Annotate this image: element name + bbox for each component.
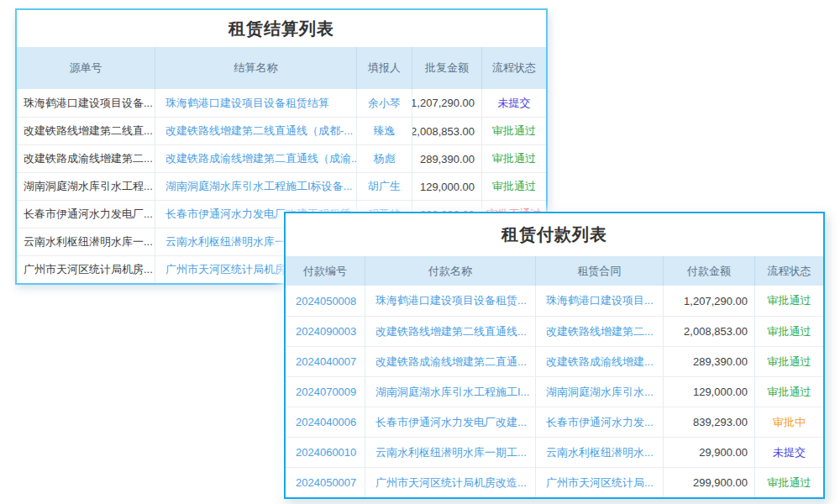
cell-payment-no-link[interactable]: 2024060010 <box>286 438 365 467</box>
cell-lease-contract-link[interactable]: 改建铁路线增建第二... <box>536 317 664 346</box>
cell-payment-name-link[interactable]: 珠海鹤港口建设项目设备租赁... <box>365 286 536 316</box>
cell-lease-contract-link[interactable]: 珠海鹤港口建设项目... <box>536 286 664 316</box>
cell-payment-no-link[interactable]: 2024040006 <box>286 407 365 437</box>
cell-process-status: 审批通过 <box>482 145 546 172</box>
cell-payment-no-link[interactable]: 2024050007 <box>286 468 365 497</box>
cell-source-order-no: 珠海鹤港口建设项目设备... <box>17 89 155 117</box>
cell-lease-contract-link[interactable]: 长春市伊通河水力发... <box>536 407 664 437</box>
cell-payment-name-link[interactable]: 湖南洞庭湖水库引水工程施工I... <box>365 377 536 407</box>
cell-process-status: 审批通过 <box>755 468 823 497</box>
settlement_table-row: 湖南洞庭湖水库引水工程...湖南洞庭湖水库引水工程施工I标设备...胡广生129… <box>17 172 546 200</box>
settlement_table-row: 改建铁路线增建第二线直...改建铁路线增建第二线直通线（成都-...臻逸2,00… <box>17 117 546 144</box>
settlement_table-column-header-0: 源单号 <box>17 47 155 89</box>
cell-payment-amount: 839,293.00 <box>664 407 755 437</box>
cell-payment-name-link[interactable]: 改建铁路线增建第二线直通线... <box>365 317 536 346</box>
cell-source-order-no: 云南水利枢纽潜明水库一... <box>17 228 155 255</box>
cell-payment-no-link[interactable]: 2024070009 <box>286 377 365 407</box>
cell-process-status: 未提交 <box>482 89 546 117</box>
payment_table-column-header-1: 付款名称 <box>365 256 536 286</box>
payment-table-header-row: 付款编号付款名称租赁合同付款金额流程状态 <box>286 256 823 286</box>
cell-process-status: 审批通过 <box>755 347 823 376</box>
settlement_table-column-header-2: 填报人 <box>357 47 412 89</box>
cell-reporter-link[interactable]: 余小琴 <box>357 89 412 117</box>
settlement_table-column-header-3: 批复金额 <box>412 47 482 89</box>
cell-payment-no-link[interactable]: 2024090003 <box>286 317 365 346</box>
cell-process-status: 审批通过 <box>482 173 546 200</box>
cell-reporter-link[interactable]: 杨彪 <box>357 145 412 172</box>
cell-process-status: 审批通过 <box>482 118 546 144</box>
cell-approved-amount: 1,207,290.00 <box>412 89 482 117</box>
payment_table-row: 2024090003改建铁路线增建第二线直通线...改建铁路线增建第二...2,… <box>286 316 823 346</box>
cell-process-status: 审批通过 <box>755 286 823 316</box>
cell-payment-amount: 299,900.00 <box>664 468 755 497</box>
settlement_table-column-header-1: 结算名称 <box>155 47 357 89</box>
settlement_table-row: 改建铁路成渝线增建第二...改建铁路成渝线增建第二直通线（成渝...杨彪289,… <box>17 144 546 172</box>
cell-settlement-name-link[interactable]: 改建铁路线增建第二线直通线（成都-... <box>155 118 357 144</box>
cell-lease-contract-link[interactable]: 湖南洞庭湖水库引水... <box>536 377 664 407</box>
cell-payment-name-link[interactable]: 云南水利枢纽潜明水库一期工... <box>365 438 536 467</box>
cell-process-status: 审批通过 <box>755 317 823 346</box>
settlement_table-column-header-4: 流程状态 <box>482 47 546 89</box>
payment-table-title: 租赁付款列表 <box>286 213 823 256</box>
payment_table-column-header-0: 付款编号 <box>286 256 365 286</box>
cell-source-order-no: 长春市伊通河水力发电厂... <box>17 201 155 228</box>
cell-source-order-no: 改建铁路成渝线增建第二... <box>17 145 155 172</box>
cell-reporter-link[interactable]: 臻逸 <box>357 118 412 144</box>
payment_table-row: 2024040006长春市伊通河水力发电厂改建...长春市伊通河水力发...83… <box>286 407 823 437</box>
cell-payment-name-link[interactable]: 长春市伊通河水力发电厂改建... <box>365 407 536 437</box>
payment_table-row: 2024070009湖南洞庭湖水库引水工程施工I...湖南洞庭湖水库引水...1… <box>286 376 823 407</box>
cell-payment-name-link[interactable]: 广州市天河区统计局机房改造... <box>365 468 536 497</box>
cell-lease-contract-link[interactable]: 改建铁路成渝线增建... <box>536 347 664 376</box>
payment_table-column-header-4: 流程状态 <box>755 256 823 286</box>
cell-approved-amount: 2,008,853.00 <box>412 118 482 144</box>
cell-settlement-name-link[interactable]: 湖南洞庭湖水库引水工程施工I标设备... <box>155 173 357 200</box>
cell-payment-amount: 289,390.00 <box>664 347 755 376</box>
settlement-table-header-row: 源单号结算名称填报人批复金额流程状态 <box>17 47 546 89</box>
cell-approved-amount: 289,390.00 <box>412 145 482 172</box>
payment_table-row: 2024060010云南水利枢纽潜明水库一期工...云南水利枢纽潜明水...29… <box>286 437 823 467</box>
cell-process-status: 审批中 <box>755 407 823 437</box>
cell-payment-amount: 1,207,290.00 <box>664 286 755 316</box>
payment_table-row: 2024040007改建铁路成渝线增建第二直通...改建铁路成渝线增建...28… <box>286 346 823 376</box>
cell-settlement-name-link[interactable]: 改建铁路成渝线增建第二直通线（成渝... <box>155 145 357 172</box>
cell-process-status: 未提交 <box>755 438 823 467</box>
payment_table-row: 2024050007广州市天河区统计局机房改造...广州市天河区统计局...29… <box>286 467 823 497</box>
payment-table-body: 2024050008珠海鹤港口建设项目设备租赁...珠海鹤港口建设项目...1,… <box>286 286 823 497</box>
cell-settlement-name-link[interactable]: 珠海鹤港口建设项目设备租赁结算 <box>155 89 357 117</box>
settlement_table-row: 珠海鹤港口建设项目设备...珠海鹤港口建设项目设备租赁结算余小琴1,207,29… <box>17 89 546 117</box>
page: 租赁结算列表 源单号结算名称填报人批复金额流程状态 珠海鹤港口建设项目设备...… <box>0 0 840 504</box>
settlement-table-title: 租赁结算列表 <box>17 10 546 47</box>
cell-reporter-link[interactable]: 胡广生 <box>357 173 412 200</box>
cell-lease-contract-link[interactable]: 广州市天河区统计局... <box>536 468 664 497</box>
cell-source-order-no: 广州市天河区统计局机房... <box>17 256 155 283</box>
cell-payment-name-link[interactable]: 改建铁路成渝线增建第二直通... <box>365 347 536 376</box>
cell-source-order-no: 湖南洞庭湖水库引水工程... <box>17 173 155 200</box>
cell-approved-amount: 129,000.00 <box>412 173 482 200</box>
cell-payment-no-link[interactable]: 2024040007 <box>286 347 365 376</box>
cell-process-status: 审批通过 <box>755 377 823 407</box>
cell-payment-amount: 129,000.00 <box>664 377 755 407</box>
payment_table-row: 2024050008珠海鹤港口建设项目设备租赁...珠海鹤港口建设项目...1,… <box>286 286 823 316</box>
cell-source-order-no: 改建铁路线增建第二线直... <box>17 118 155 144</box>
payment_table-column-header-3: 付款金额 <box>664 256 755 286</box>
payment-table-panel: 租赁付款列表 付款编号付款名称租赁合同付款金额流程状态 2024050008珠海… <box>284 212 825 499</box>
cell-lease-contract-link[interactable]: 云南水利枢纽潜明水... <box>536 438 664 467</box>
payment_table-column-header-2: 租赁合同 <box>536 256 664 286</box>
cell-payment-amount: 29,900.00 <box>664 438 755 467</box>
cell-payment-amount: 2,008,853.00 <box>664 317 755 346</box>
cell-payment-no-link[interactable]: 2024050008 <box>286 286 365 316</box>
